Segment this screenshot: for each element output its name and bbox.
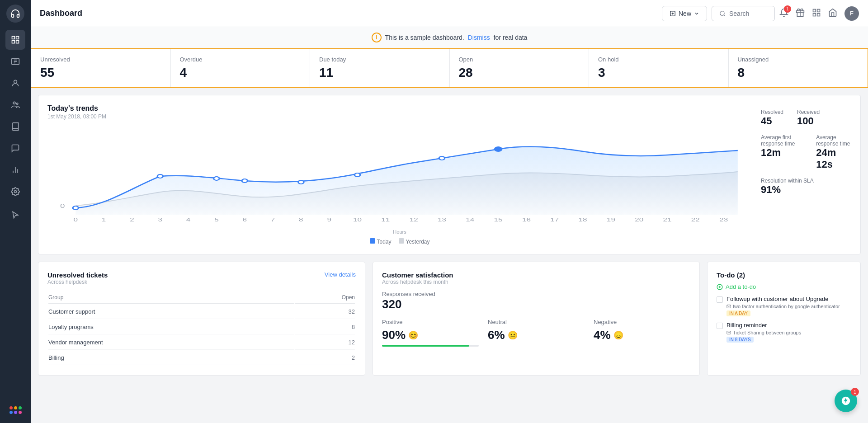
- stat-on-hold[interactable]: On hold 3: [589, 49, 729, 87]
- svg-rect-23: [817, 9, 820, 12]
- svg-text:21: 21: [663, 217, 672, 222]
- floating-chat-button[interactable]: 1: [835, 390, 857, 412]
- sat-positive: Positive 90% 😊: [382, 319, 479, 347]
- sidebar-item-conversations[interactable]: [5, 138, 25, 158]
- grid-icon[interactable]: [812, 8, 821, 19]
- sidebar-item-cursor: [5, 205, 25, 225]
- svg-text:12: 12: [410, 217, 418, 222]
- dismiss-link[interactable]: Dismiss: [468, 34, 490, 41]
- customer-satisfaction-card: Customer satisfaction Across helpdesk th…: [373, 262, 700, 376]
- todo-checkbox[interactable]: [717, 296, 723, 303]
- notification-badge: 1: [784, 5, 791, 13]
- yesterday-legend-dot: [399, 238, 404, 244]
- search-button[interactable]: Search: [712, 6, 775, 21]
- stat-overdue[interactable]: Overdue 4: [171, 49, 311, 87]
- table-row[interactable]: Customer support32: [48, 305, 355, 319]
- stat-unresolved[interactable]: Unresolved 55: [31, 49, 171, 87]
- add-todo-button[interactable]: Add a to-do: [717, 283, 851, 290]
- chart-container: 0: [47, 124, 752, 228]
- svg-text:9: 9: [327, 217, 331, 222]
- todo-checkbox[interactable]: [717, 323, 723, 329]
- svg-text:13: 13: [438, 217, 446, 222]
- sat-metrics: Positive 90% 😊 Neutral: [382, 319, 690, 347]
- sat-subtitle: Across helpdesk this month: [382, 279, 453, 285]
- notifications-icon[interactable]: 1: [779, 8, 788, 19]
- tickets-subtitle: Across helpdesk: [47, 279, 108, 285]
- svg-text:1: 1: [102, 217, 106, 222]
- col-open-header: Open: [295, 291, 355, 304]
- svg-text:11: 11: [381, 217, 390, 222]
- svg-text:10: 10: [353, 217, 362, 222]
- info-icon: i: [372, 33, 382, 42]
- svg-rect-24: [817, 13, 820, 16]
- svg-point-8: [14, 80, 17, 83]
- unresolved-tickets-card: Unresolved tickets Across helpdesk View …: [38, 262, 365, 376]
- todo-card: To-do (2) Add a to-do Followup with cust…: [707, 262, 861, 376]
- add-icon: [717, 284, 723, 290]
- svg-point-9: [13, 102, 15, 104]
- svg-text:22: 22: [691, 217, 700, 222]
- sidebar-item-settings[interactable]: [5, 182, 25, 202]
- sample-banner: i This is a sample dashboard. Dismiss fo…: [31, 27, 868, 48]
- table-row[interactable]: Vendor management12: [48, 335, 355, 350]
- todo-header: To-do (2): [717, 271, 851, 279]
- svg-line-19: [724, 14, 725, 16]
- svg-text:14: 14: [466, 217, 474, 222]
- stat-open[interactable]: Open 28: [450, 49, 590, 87]
- sidebar-item-dashboard[interactable]: [5, 30, 25, 50]
- user-avatar[interactable]: F: [844, 6, 859, 21]
- main-area: Dashboard New Search: [31, 0, 868, 423]
- todo-title: To-do (2): [717, 271, 745, 279]
- table-row[interactable]: Loyalty programs8: [48, 320, 355, 334]
- list-item[interactable]: Billing reminder Ticket Sharing between …: [717, 322, 851, 343]
- positive-progress: [382, 345, 479, 347]
- today-area: [75, 147, 738, 215]
- gift-icon[interactable]: [796, 8, 805, 19]
- email-icon: [726, 304, 731, 309]
- sidebar-item-knowledge[interactable]: [5, 117, 25, 136]
- svg-text:5: 5: [214, 217, 219, 222]
- stat-due-today[interactable]: Due today 11: [310, 49, 450, 87]
- svg-text:15: 15: [494, 217, 503, 222]
- svg-text:3: 3: [158, 217, 163, 222]
- svg-text:19: 19: [607, 217, 615, 222]
- sidebar-item-groups[interactable]: [5, 95, 25, 115]
- new-button[interactable]: New: [662, 6, 707, 21]
- sidebar-item-contacts[interactable]: [5, 73, 25, 93]
- sidebar-item-tickets[interactable]: [5, 52, 25, 71]
- svg-point-18: [720, 11, 724, 15]
- list-item[interactable]: Followup with customer about Upgrade two…: [717, 296, 851, 316]
- todo-items: Followup with customer about Upgrade two…: [717, 296, 851, 343]
- email-icon: [726, 330, 731, 335]
- chevron-down-icon: [694, 11, 699, 16]
- store-icon[interactable]: [828, 8, 837, 19]
- sat-responses: Responses received 320: [382, 291, 690, 311]
- dashboard-grid: Today's trends 1st May 2018, 03:00 PM: [31, 88, 868, 383]
- sat-title: Customer satisfaction: [382, 271, 453, 279]
- sidebar-item-reports[interactable]: [5, 160, 25, 180]
- svg-text:0: 0: [60, 203, 65, 209]
- svg-point-30: [242, 179, 247, 183]
- svg-point-32: [354, 173, 360, 177]
- sidebar: [0, 0, 31, 423]
- chart-legend: Today Yesterday: [47, 238, 752, 245]
- trends-date: 1st May 2018, 03:00 PM: [47, 113, 752, 120]
- svg-point-14: [14, 191, 17, 193]
- table-row[interactable]: Billing2: [48, 351, 355, 365]
- svg-text:18: 18: [579, 217, 587, 222]
- sidebar-logo[interactable]: [6, 5, 24, 23]
- svg-text:23: 23: [719, 217, 728, 222]
- svg-point-27: [73, 206, 78, 210]
- svg-text:8: 8: [299, 217, 303, 222]
- trends-chart: 0: [47, 124, 752, 224]
- svg-rect-3: [12, 41, 15, 43]
- svg-text:6: 6: [242, 217, 247, 222]
- sidebar-dots: [9, 406, 22, 414]
- trends-metrics: Resolved 45 Received 100 Average first r…: [761, 104, 851, 245]
- stat-unassigned[interactable]: Unassigned 8: [729, 49, 868, 87]
- svg-point-28: [157, 174, 163, 178]
- content-area: i This is a sample dashboard. Dismiss fo…: [31, 27, 868, 423]
- trends-title: Today's trends: [47, 104, 752, 113]
- tickets-table: Group Open Customer support32Loyalty pro…: [47, 291, 356, 366]
- view-details-link[interactable]: View details: [325, 271, 356, 278]
